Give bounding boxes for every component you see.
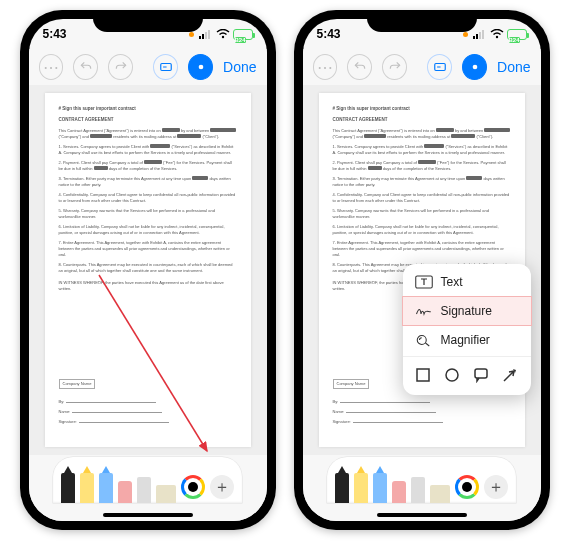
add-signature-label: Signature xyxy=(441,304,492,318)
home-indicator[interactable] xyxy=(377,513,467,517)
add-text-option[interactable]: Text xyxy=(403,268,531,296)
svg-rect-8 xyxy=(473,36,475,39)
shape-speech-button[interactable] xyxy=(473,367,489,383)
add-signature-option[interactable]: Signature xyxy=(402,296,532,326)
pencil-tool[interactable] xyxy=(373,463,387,503)
cellular-signal-icon xyxy=(199,29,213,39)
witness-line: IN WITNESS WHEREOF, the parties have exe… xyxy=(59,280,237,292)
markup-nav: ⋯ Done xyxy=(29,49,267,85)
svg-rect-19 xyxy=(475,369,487,378)
battery-icon: B24 xyxy=(233,29,253,40)
svg-point-14 xyxy=(472,65,477,70)
undo-button[interactable] xyxy=(73,54,98,80)
markup-toolbar: ＋ xyxy=(303,455,541,521)
markup-toolbar: ＋ xyxy=(29,455,267,521)
pen-tool[interactable] xyxy=(61,463,75,503)
eraser-tool[interactable] xyxy=(392,463,406,503)
pencil-tool[interactable] xyxy=(99,463,113,503)
eraser-tool[interactable] xyxy=(118,463,132,503)
more-button[interactable]: ⋯ xyxy=(313,54,338,80)
markup-tool-button[interactable] xyxy=(462,54,487,80)
status-right: B24 xyxy=(189,29,253,40)
wifi-icon xyxy=(216,29,230,39)
wifi-icon xyxy=(490,29,504,39)
phone-right: 5:43 B24 ⋯ Done # Sign this super import… xyxy=(294,10,550,530)
redo-button[interactable] xyxy=(108,54,133,80)
svg-rect-17 xyxy=(417,369,429,381)
cellular-signal-icon xyxy=(473,29,487,39)
recording-dot-icon xyxy=(189,32,194,37)
highlighter-tool[interactable] xyxy=(354,463,368,503)
done-button[interactable]: Done xyxy=(497,59,530,75)
lasso-tool[interactable] xyxy=(137,463,151,503)
pen-tool[interactable] xyxy=(335,463,349,503)
home-indicator[interactable] xyxy=(103,513,193,517)
doc-heading: # Sign this super important contract xyxy=(59,106,237,113)
tool-tray: ＋ xyxy=(53,457,242,503)
document-viewport[interactable]: # Sign this super important contract CON… xyxy=(29,85,267,455)
svg-point-4 xyxy=(221,36,223,38)
notch xyxy=(93,10,203,32)
doc-subheading: CONTRACT AGREEMENT xyxy=(59,117,237,124)
screen: 5:43 B24 ⋯ Done # Sign this super import… xyxy=(303,19,541,521)
svg-rect-0 xyxy=(199,36,201,39)
svg-point-16 xyxy=(417,336,426,345)
ruler-tool[interactable] xyxy=(156,463,176,503)
battery-icon: B24 xyxy=(507,29,527,40)
highlighter-tool[interactable] xyxy=(80,463,94,503)
autofill-button[interactable] xyxy=(427,54,452,80)
svg-rect-9 xyxy=(476,34,478,39)
lasso-tool[interactable] xyxy=(411,463,425,503)
ruler-tool[interactable] xyxy=(430,463,450,503)
status-time: 5:43 xyxy=(317,27,341,41)
status-time: 5:43 xyxy=(43,27,67,41)
more-button[interactable]: ⋯ xyxy=(39,54,64,80)
svg-rect-2 xyxy=(205,32,207,39)
add-magnifier-label: Magnifier xyxy=(441,333,490,347)
shape-square-button[interactable] xyxy=(415,367,431,383)
markup-tool-button[interactable] xyxy=(188,54,213,80)
add-button[interactable]: ＋ xyxy=(210,475,234,499)
signature-block: Company Name By: Name: Signature: xyxy=(59,379,237,429)
recording-dot-icon xyxy=(463,32,468,37)
svg-point-6 xyxy=(198,65,203,70)
svg-rect-3 xyxy=(208,30,210,39)
shape-row xyxy=(403,359,531,391)
svg-rect-1 xyxy=(202,34,204,39)
svg-point-12 xyxy=(495,36,497,38)
redo-button[interactable] xyxy=(382,54,407,80)
done-button[interactable]: Done xyxy=(223,59,256,75)
document-page: # Sign this super important contract CON… xyxy=(45,93,251,447)
svg-rect-10 xyxy=(479,32,481,39)
undo-button[interactable] xyxy=(347,54,372,80)
autofill-button[interactable] xyxy=(153,54,178,80)
shape-circle-button[interactable] xyxy=(444,367,460,383)
status-right: B24 xyxy=(463,29,527,40)
color-picker-button[interactable] xyxy=(455,475,479,499)
notch xyxy=(367,10,477,32)
add-menu-popup: Text Signature Magnifier xyxy=(403,264,531,395)
tool-tray: ＋ xyxy=(327,457,516,503)
svg-rect-11 xyxy=(482,30,484,39)
add-text-label: Text xyxy=(441,275,463,289)
document-viewport[interactable]: # Sign this super important contract CON… xyxy=(303,85,541,455)
add-button[interactable]: ＋ xyxy=(484,475,508,499)
add-magnifier-option[interactable]: Magnifier xyxy=(403,326,531,354)
markup-nav: ⋯ Done xyxy=(303,49,541,85)
screen: 5:43 B24 ⋯ Done # Sign this super import… xyxy=(29,19,267,521)
shape-arrow-button[interactable] xyxy=(502,367,518,383)
svg-point-18 xyxy=(446,369,458,381)
color-picker-button[interactable] xyxy=(181,475,205,499)
phone-left: 5:43 B24 ⋯ Done # Sign this super import… xyxy=(20,10,276,530)
